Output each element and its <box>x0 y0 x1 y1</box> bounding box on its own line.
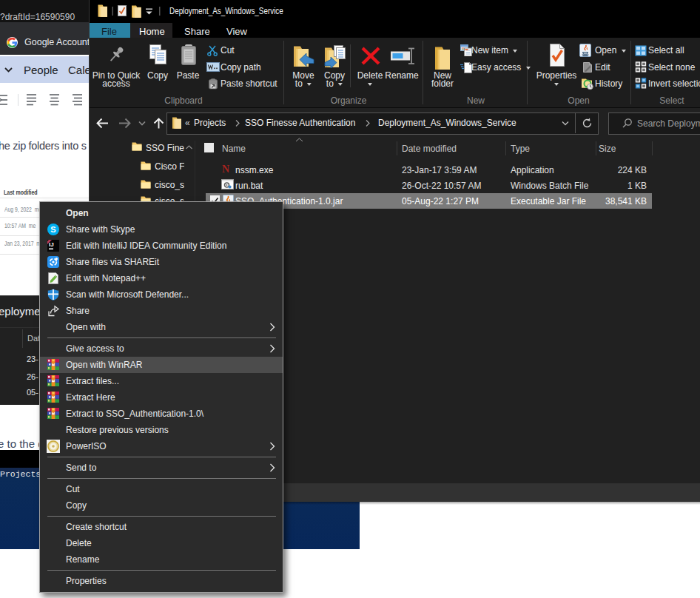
svg-text:IJ: IJ <box>49 241 54 248</box>
svg-text:S: S <box>50 225 55 234</box>
